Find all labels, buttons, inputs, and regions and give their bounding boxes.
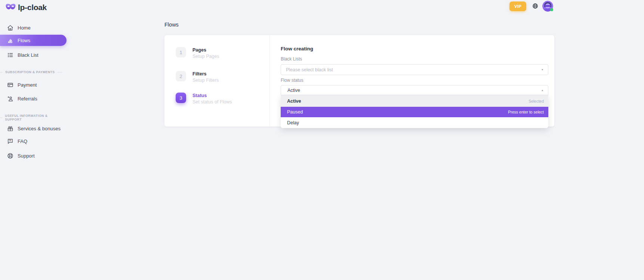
step-title: Filters (192, 71, 219, 77)
sidebar-item-label: Home (18, 25, 31, 31)
faq-bubble-icon: ?! (7, 138, 13, 144)
sidebar-item-label: Referrals (18, 96, 37, 102)
chevron-down-icon: ▾ (542, 68, 543, 71)
step-pages[interactable]: 1 Pages Setup Pages (176, 47, 219, 59)
mask-logo-icon (6, 3, 16, 12)
option-label: Delay (287, 120, 299, 125)
sidebar-item-support[interactable]: Support (0, 150, 69, 161)
option-hint-selected: Selected (529, 99, 544, 103)
black-lists-label: Black Lists (281, 56, 302, 62)
step-subtitle: Set status of Flows (192, 99, 232, 105)
sidebar-item-label: Support (18, 153, 35, 159)
sidebar-item-services-bonuses[interactable]: Services & bonuses (0, 123, 69, 134)
home-icon (7, 25, 13, 31)
svg-text:?!: ?! (9, 139, 11, 142)
step-subtitle: Setup Pages (192, 54, 219, 59)
step-title: Pages (192, 47, 219, 53)
flow-creating-card: 1 Pages Setup Pages 2 Filters Setup Filt… (164, 35, 554, 127)
step-filters[interactable]: 2 Filters Setup Filters (176, 71, 219, 83)
flows-stack-icon (7, 37, 13, 44)
flow-status-value: Active (286, 88, 300, 93)
lifebuoy-icon (7, 153, 13, 159)
sidebar-item-label: Payment (18, 82, 37, 88)
step-subtitle: Setup Filters (192, 78, 219, 83)
step-number-badge: 3 (176, 93, 186, 103)
sidebar-item-label: Flows (18, 38, 30, 43)
sidebar-section-support: USEFUL INFORMATION & SUPPORT (0, 114, 69, 121)
option-delay[interactable]: Delay (281, 117, 548, 128)
sidebar-item-label: Services & bonuses (18, 126, 61, 131)
form-title: Flow creating (281, 46, 313, 52)
sidebar-item-label: Black List (18, 52, 38, 58)
sidebar-section-subscription: SUBSCRIPTION & PAYMENTS (0, 70, 69, 74)
sidebar-item-referrals[interactable]: Referrals (0, 93, 69, 104)
wizard-steps: 1 Pages Setup Pages 2 Filters Setup Filt… (164, 35, 270, 127)
gift-icon (7, 125, 13, 132)
option-paused[interactable]: Paused Press enter to select (281, 107, 548, 117)
step-number-badge: 1 (176, 47, 186, 57)
black-lists-select[interactable]: Please select black list ▾ (281, 64, 548, 75)
sidebar-item-home[interactable]: Home (0, 22, 69, 33)
option-label: Active (287, 99, 301, 104)
brand-name: lp-cloak (18, 3, 47, 12)
sidebar-item-label: FAQ (18, 139, 27, 144)
sidebar-item-flows[interactable]: Flows (0, 35, 67, 46)
option-active[interactable]: Active Selected (281, 95, 548, 107)
flow-status-select[interactable]: Active ▴ (281, 85, 548, 95)
page-title: Flows (164, 22, 179, 28)
black-lists-placeholder: Please select black list (286, 67, 333, 72)
flow-status-label: Flow status (281, 78, 303, 83)
chevron-up-icon: ▴ (542, 88, 543, 92)
option-hint-press-enter: Press enter to select (508, 110, 544, 114)
language-globe-icon[interactable] (532, 3, 538, 9)
app-window: lp-cloak Home Flows Black List SUBSCRIPT… (0, 0, 644, 280)
credit-card-icon (7, 82, 13, 88)
sidebar: lp-cloak Home Flows Black List SUBSCRIPT… (0, 0, 69, 280)
list-icon (7, 52, 13, 58)
flow-status-dropdown: Active Selected Paused Press enter to se… (281, 95, 548, 128)
step-status[interactable]: 3 Status Set status of Flows (176, 93, 232, 105)
step-number-badge: 2 (176, 71, 186, 81)
option-label: Paused (287, 109, 303, 115)
sidebar-item-black-list[interactable]: Black List (0, 50, 69, 60)
user-avatar[interactable] (542, 1, 553, 12)
vip-button[interactable]: VIP (509, 1, 526, 11)
brand-logo[interactable]: lp-cloak (6, 3, 47, 12)
sidebar-item-payment[interactable]: Payment (0, 80, 69, 90)
sidebar-item-faq[interactable]: ?! FAQ (0, 136, 69, 146)
online-status-dot (550, 8, 553, 11)
step-title: Status (192, 93, 232, 98)
referral-person-icon (7, 96, 13, 102)
